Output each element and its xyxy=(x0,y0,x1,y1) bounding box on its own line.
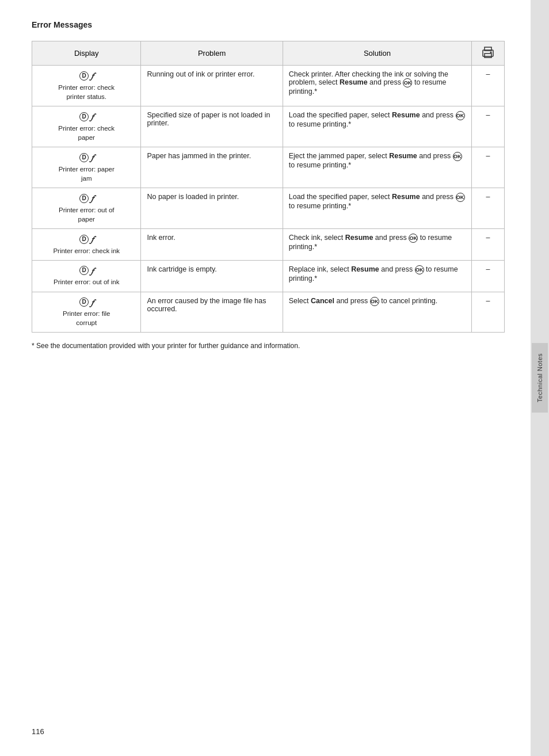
display-text: Printer error: checkprinter status. xyxy=(38,83,135,101)
col-header-solution: Solution xyxy=(283,41,471,66)
printer-error-icon: D 𝑓 xyxy=(38,111,135,122)
display-cell: D 𝑓Printer error: paperjam xyxy=(32,147,141,188)
col-header-problem: Problem xyxy=(141,41,283,66)
problem-cell: Ink error. xyxy=(141,228,283,260)
printer-icon xyxy=(482,46,494,59)
display-cell: D 𝑓Printer error: filecorrupt xyxy=(32,292,141,333)
dash-cell: – xyxy=(472,147,505,188)
solution-cell: Eject the jammed paper, select Resume an… xyxy=(283,147,471,188)
dash-cell: – xyxy=(472,260,505,292)
page-header: Error Messages xyxy=(32,20,505,29)
sidebar-tab: Technical Notes xyxy=(532,343,548,413)
printer-error-icon: D 𝑓 xyxy=(38,265,135,276)
footnote: * See the documentation provided with yo… xyxy=(32,342,505,350)
problem-cell: Ink cartridge is empty. xyxy=(141,260,283,292)
solution-cell: Load the specified paper, select Resume … xyxy=(283,188,471,228)
display-cell: D 𝑓Printer error: out ofpaper xyxy=(32,188,141,228)
display-cell: D 𝑓Printer error: checkpaper xyxy=(32,106,141,147)
col-header-display: Display xyxy=(32,41,141,66)
table-row: D 𝑓Printer error: checkprinter status.Ru… xyxy=(32,66,505,106)
problem-cell: Running out of ink or printer error. xyxy=(141,66,283,106)
display-text: Printer error: paperjam xyxy=(38,165,135,183)
solution-cell: Replace ink, select Resume and press OK … xyxy=(283,260,471,292)
table-row: D 𝑓Printer error: filecorruptAn error ca… xyxy=(32,292,505,333)
solution-cell: Load the specified paper, select Resume … xyxy=(283,106,471,147)
printer-error-icon: D 𝑓 xyxy=(38,70,135,81)
table-row: D 𝑓Printer error: check inkInk error.Che… xyxy=(32,228,505,260)
page-number: 116 xyxy=(32,727,44,736)
display-text: Printer error: filecorrupt xyxy=(38,309,135,327)
dash-cell: – xyxy=(472,228,505,260)
problem-cell: Paper has jammed in the printer. xyxy=(141,147,283,188)
problem-cell: Specified size of paper is not loaded in… xyxy=(141,106,283,147)
col-header-icon xyxy=(472,41,505,66)
table-row: D 𝑓Printer error: out ofpaperNo paper is… xyxy=(32,188,505,228)
svg-point-3 xyxy=(490,52,492,54)
printer-error-icon: D 𝑓 xyxy=(38,234,135,245)
error-messages-table: Display Problem Solution D 𝑓Printer erro… xyxy=(32,41,505,333)
dash-cell: – xyxy=(472,188,505,228)
dash-cell: – xyxy=(472,66,505,106)
display-cell: D 𝑓Printer error: out of ink xyxy=(32,260,141,292)
table-row: D 𝑓Printer error: paperjamPaper has jamm… xyxy=(32,147,505,188)
display-cell: D 𝑓Printer error: check ink xyxy=(32,228,141,260)
dash-cell: – xyxy=(472,292,505,333)
solution-cell: Check printer. After checking the ink or… xyxy=(283,66,471,106)
display-text: Printer error: check ink xyxy=(38,246,135,255)
solution-cell: Check ink, select Resume and press OK to… xyxy=(283,228,471,260)
table-row: D 𝑓Printer error: checkpaperSpecified si… xyxy=(32,106,505,147)
svg-rect-2 xyxy=(485,54,491,58)
display-text: Printer error: out of ink xyxy=(38,277,135,287)
display-text: Printer error: out ofpaper xyxy=(38,205,135,224)
table-row: D 𝑓Printer error: out of inkInk cartridg… xyxy=(32,260,505,292)
problem-cell: No paper is loaded in printer. xyxy=(141,188,283,228)
display-cell: D 𝑓Printer error: checkprinter status. xyxy=(32,66,141,106)
solution-cell: Select Cancel and press OK to cancel pri… xyxy=(283,292,471,333)
printer-error-icon: D 𝑓 xyxy=(38,193,135,204)
problem-cell: An error caused by the image file has oc… xyxy=(141,292,283,333)
printer-error-icon: D 𝑓 xyxy=(38,152,135,163)
display-text: Printer error: checkpaper xyxy=(38,124,135,142)
dash-cell: – xyxy=(472,106,505,147)
printer-error-icon: D 𝑓 xyxy=(38,297,135,308)
